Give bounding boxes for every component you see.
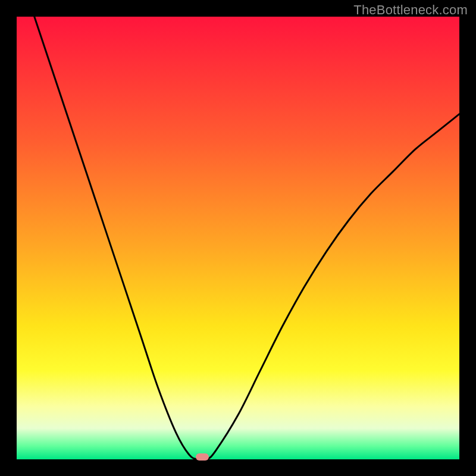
bottleneck-curve xyxy=(17,17,459,459)
watermark-text: TheBottleneck.com xyxy=(353,2,468,18)
chart-frame: TheBottleneck.com xyxy=(0,0,476,476)
optimal-marker xyxy=(196,453,209,461)
plot-area xyxy=(17,17,459,459)
